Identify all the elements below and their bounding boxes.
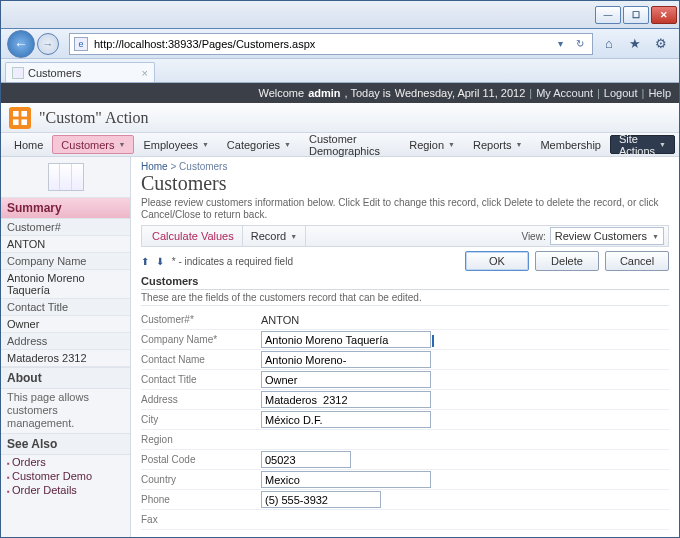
- value-customer-id: ANTON: [261, 313, 299, 327]
- window-close-button[interactable]: ✕: [651, 6, 677, 24]
- sidebar-thumbnail: [1, 157, 130, 197]
- sidebar-value-contacttitle: Owner: [1, 316, 130, 333]
- sidebar-link-customer-demo[interactable]: Customer Demo: [1, 469, 130, 483]
- section-title: Customers: [141, 273, 669, 290]
- ok-button-top[interactable]: OK: [465, 251, 529, 271]
- sidebar-seealso-head: See Also: [1, 433, 130, 455]
- help-link[interactable]: Help: [648, 87, 671, 99]
- caret-down-icon: ▼: [516, 141, 523, 148]
- label-phone: Phone: [141, 494, 261, 505]
- window-maximize-button[interactable]: ☐: [623, 6, 649, 24]
- welcome-today-prefix: , Today is: [345, 87, 391, 99]
- sidebar-about-head: About: [1, 367, 130, 389]
- window-minimize-button[interactable]: —: [595, 6, 621, 24]
- browser-tool-icons: ⌂ ★ ⚙: [601, 36, 673, 52]
- addr-dropdown-icon[interactable]: ▾: [552, 36, 568, 52]
- address-bar[interactable]: e ▾ ↻: [69, 33, 593, 55]
- label-company-name: Company Name*: [141, 334, 261, 345]
- app-title: "Custom" Action: [39, 109, 149, 127]
- record-menu-button[interactable]: Record▼: [243, 226, 306, 246]
- caret-down-icon: ▼: [202, 141, 209, 148]
- caret-down-icon: ▼: [290, 233, 297, 240]
- svg-rect-3: [21, 119, 27, 125]
- favorites-icon[interactable]: ★: [627, 36, 643, 52]
- label-address: Address: [141, 394, 261, 405]
- sidebar-label-contacttitle: Contact Title: [1, 299, 130, 316]
- breadcrumb-home[interactable]: Home: [141, 161, 168, 172]
- url-input[interactable]: [92, 37, 548, 51]
- label-region: Region: [141, 434, 261, 445]
- menu-home[interactable]: Home: [5, 135, 52, 154]
- browser-back-button[interactable]: ←: [7, 30, 35, 58]
- cancel-button-top[interactable]: Cancel: [605, 251, 669, 271]
- caret-down-icon: ▼: [652, 233, 659, 240]
- menu-categories[interactable]: Categories▼: [218, 135, 300, 154]
- page-intro: Please review customers information belo…: [141, 197, 669, 221]
- browser-forward-button[interactable]: →: [37, 33, 59, 55]
- input-country[interactable]: [261, 471, 431, 488]
- customer-form: Customer#*ANTON Company Name* Contact Na…: [141, 310, 669, 530]
- window-titlebar: — ☐ ✕: [1, 1, 679, 29]
- welcome-today: Wednesday, April 11, 2012: [395, 87, 525, 99]
- menu-customers[interactable]: Customers▼: [52, 135, 134, 154]
- view-label: View:: [521, 231, 545, 242]
- input-phone[interactable]: [261, 491, 381, 508]
- tab-close-icon[interactable]: ×: [142, 67, 148, 79]
- label-city: City: [141, 414, 261, 425]
- ie-favicon-icon: e: [74, 37, 88, 51]
- sidebar: Summary Customer# ANTON Company Name Ant…: [1, 157, 131, 537]
- label-contact-title: Contact Title: [141, 374, 261, 385]
- sidebar-link-order-details[interactable]: Order Details: [1, 483, 130, 497]
- label-customer-id: Customer#*: [141, 314, 261, 325]
- calculate-values-button[interactable]: Calculate Values: [144, 226, 243, 246]
- tab-title: Customers: [28, 67, 81, 79]
- sidebar-link-orders[interactable]: Orders: [1, 455, 130, 469]
- main-menu: Home Customers▼ Employees▼ Categories▼ C…: [1, 133, 679, 157]
- record-toolbar: Calculate Values Record▼ View: Review Cu…: [141, 225, 669, 247]
- logout-link[interactable]: Logout: [604, 87, 638, 99]
- tab-favicon-icon: [12, 67, 24, 79]
- my-account-link[interactable]: My Account: [536, 87, 593, 99]
- sidebar-label-customerid: Customer#: [1, 219, 130, 236]
- svg-rect-1: [21, 111, 27, 117]
- sidebar-label-companyname: Company Name: [1, 253, 130, 270]
- page-title: Customers: [141, 172, 669, 195]
- menu-customer-demographics[interactable]: Customer Demographics: [300, 135, 400, 154]
- welcome-user: admin: [308, 87, 340, 99]
- browser-tab[interactable]: Customers ×: [5, 62, 155, 82]
- sidebar-summary-head: Summary: [1, 197, 130, 219]
- menu-site-actions[interactable]: Site Actions▼: [610, 135, 675, 154]
- app-header: "Custom" Action: [1, 103, 679, 133]
- caret-down-icon: ▼: [284, 141, 291, 148]
- caret-down-icon: ▼: [448, 141, 455, 148]
- input-company-name[interactable]: [261, 331, 431, 348]
- menu-reports[interactable]: Reports▼: [464, 135, 531, 154]
- view-select-value: Review Customers: [555, 230, 647, 242]
- input-city[interactable]: [261, 411, 431, 428]
- nav-arrows-icon[interactable]: ⬆ ⬇: [141, 256, 166, 267]
- input-contact-name[interactable]: [261, 351, 431, 368]
- menu-region[interactable]: Region▼: [400, 135, 464, 154]
- browser-tabstrip: Customers ×: [1, 59, 679, 83]
- text-cursor-icon: [432, 335, 434, 347]
- sidebar-value-companyname: Antonio Moreno Taquería: [1, 270, 130, 299]
- input-address[interactable]: [261, 391, 431, 408]
- delete-button-top[interactable]: Delete: [535, 251, 599, 271]
- section-subtitle: These are the fields of the customers re…: [141, 292, 669, 306]
- addr-refresh-icon[interactable]: ↻: [572, 36, 588, 52]
- menu-employees[interactable]: Employees▼: [134, 135, 217, 154]
- welcome-prefix: Welcome: [258, 87, 304, 99]
- sidebar-value-customerid: ANTON: [1, 236, 130, 253]
- tools-gear-icon[interactable]: ⚙: [653, 36, 669, 52]
- input-contact-title[interactable]: [261, 371, 431, 388]
- input-postal-code[interactable]: [261, 451, 351, 468]
- view-select[interactable]: Review Customers ▼: [550, 227, 664, 245]
- svg-rect-2: [13, 119, 19, 125]
- menu-membership[interactable]: Membership: [531, 135, 610, 154]
- sidebar-value-address: Mataderos 2312: [1, 350, 130, 367]
- label-postal-code: Postal Code: [141, 454, 261, 465]
- welcome-bar: Welcome admin , Today is Wednesday, Apri…: [1, 83, 679, 103]
- home-icon[interactable]: ⌂: [601, 36, 617, 52]
- label-contact-name: Contact Name: [141, 354, 261, 365]
- content-area: Home > Customers Customers Please review…: [131, 157, 679, 537]
